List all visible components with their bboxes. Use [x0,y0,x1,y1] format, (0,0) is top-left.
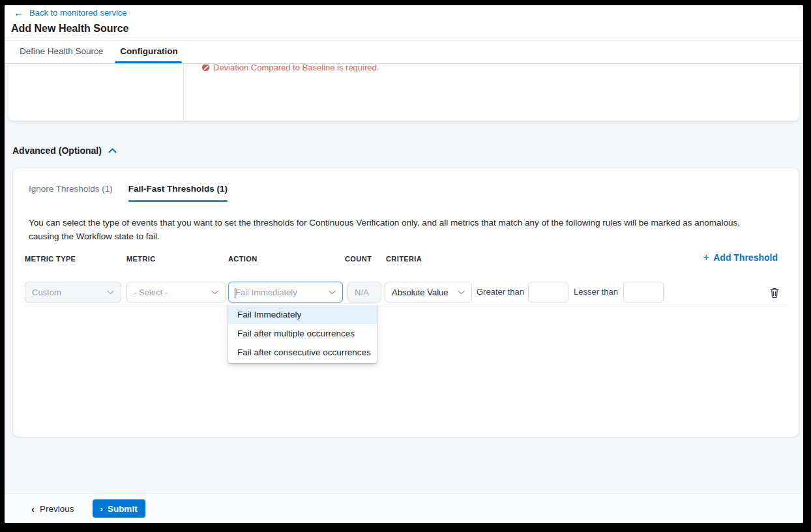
back-to-monitored-service-link[interactable]: ← Back to monitored service [14,8,127,18]
tab-ignore-thresholds[interactable]: Ignore Thresholds (1) [29,184,113,202]
column-header-action: ACTION [228,255,258,263]
chevron-down-icon [458,290,465,295]
title-divider [5,40,803,41]
error-icon [202,65,209,71]
chevron-up-icon [108,148,117,153]
criteria-value: Absolute Value [392,288,449,297]
tab-define-health-source[interactable]: Define Health Source [20,46,103,63]
back-link-label: Back to monitored service [29,8,127,18]
submit-button[interactable]: › Submit [93,499,145,518]
chevron-down-icon [211,290,218,295]
app-window: ← Back to monitored service Add New Heal… [5,5,803,523]
row-divider [25,306,788,306]
column-header-metric: METRIC [126,255,156,263]
menu-item-fail-immediately[interactable]: Fail Immediately [228,305,377,324]
metric-value: - Select - [134,288,168,297]
error-message: Deviation Compared to Baseline is requir… [213,65,379,72]
tab-configuration[interactable]: Configuration [120,46,177,63]
wizard-footer: ‹ Previous › Submit [5,494,803,523]
thresholds-card: Ignore Thresholds (1) Fail-Fast Threshol… [13,168,799,437]
menu-item-fail-multiple[interactable]: Fail after multiple occurrences [228,324,377,343]
advanced-section-toggle[interactable]: Advanced (Optional) [12,145,117,156]
column-header-metric-type: METRIC TYPE [25,255,76,263]
submit-label: Submit [108,504,138,514]
add-threshold-label: Add Threshold [713,252,778,263]
wizard-tabs: Define Health Source Configuration [20,46,178,63]
count-input: N/A [347,282,381,303]
panel-vertical-divider [183,65,184,121]
metric-type-select: Custom [25,282,121,303]
previous-label: Previous [40,504,74,514]
criteria-select[interactable]: Absolute Value [385,282,472,303]
validation-error: Deviation Compared to Baseline is requir… [202,65,379,72]
tab-fail-fast-thresholds[interactable]: Fail-Fast Thresholds (1) [128,184,228,202]
configuration-panel: Deviation Compared to Baseline is requir… [8,65,799,121]
chevron-down-icon [107,290,114,295]
greater-than-label: Greater than [477,282,524,303]
metric-type-value: Custom [32,288,61,297]
greater-than-input[interactable] [528,282,568,303]
column-header-criteria: CRITERIA [386,255,422,263]
threshold-tabs: Ignore Thresholds (1) Fail-Fast Threshol… [29,184,228,202]
back-arrow-icon: ← [14,8,23,18]
lesser-than-input[interactable] [623,282,664,303]
column-header-count: COUNT [345,255,372,263]
add-threshold-button[interactable]: + Add Threshold [703,252,778,263]
menu-item-fail-consecutive[interactable]: Fail after consecutive occurrences [228,343,377,362]
trash-icon [770,288,779,298]
chevron-down-icon [329,290,336,295]
metric-select[interactable]: - Select - [126,282,226,303]
previous-button[interactable]: ‹ Previous [31,504,74,514]
lesser-than-label: Lesser than [574,282,618,303]
action-select[interactable]: Fail Immediately [228,282,343,303]
action-dropdown-menu: Fail Immediately Fail after multiple occ… [228,304,377,363]
plus-icon: + [703,252,709,263]
action-value: Fail Immediately [235,288,297,297]
advanced-heading-label: Advanced (Optional) [12,145,102,156]
delete-threshold-button[interactable] [768,286,781,299]
chevron-right-icon: › [100,505,103,513]
count-value: N/A [355,288,369,297]
chevron-left-icon: ‹ [31,504,35,514]
page-header: ← Back to monitored service Add New Heal… [5,5,803,64]
thresholds-description: You can select the type of events that y… [29,216,762,244]
page-title: Add New Health Source [11,23,128,35]
